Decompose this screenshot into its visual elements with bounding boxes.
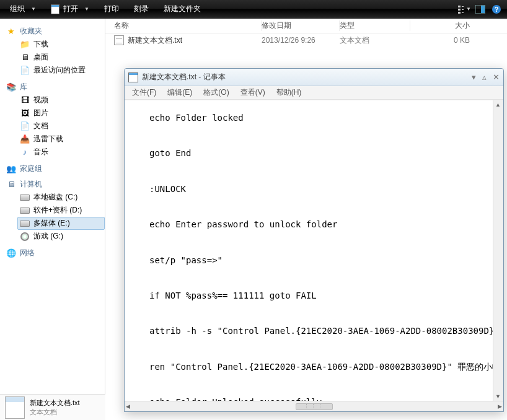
pictures-icon: 🖼 <box>20 108 30 118</box>
music-icon: ♪ <box>20 147 30 157</box>
svg-rect-4 <box>462 9 464 10</box>
homegroup-group[interactable]: 👥家庭组 <box>6 164 105 174</box>
print-button[interactable]: 打印 <box>98 2 125 15</box>
download-icon: 📥 <box>20 134 30 144</box>
organize-label: 组织 <box>10 4 25 14</box>
navigation-sidebar: ★收藏夹 📁下载 🖥桌面 📄最近访问的位置 📚库 🎞视频 🖼图片 📄文档 📥迅雷… <box>0 19 105 420</box>
notepad-icon <box>128 72 138 82</box>
desktop-icon: 🖥 <box>20 53 30 63</box>
sidebar-item-downloads[interactable]: 📁下载 <box>17 38 105 51</box>
explorer-toolbar: 组织▼ 打开▼ 打印 刻录 新建文件夹 ▼ ? <box>0 0 507 19</box>
notepad-window: 新建文本文档.txt - 记事本 ▾ ▵ ✕ 文件(F) 编辑(E) 格式(O)… <box>124 68 504 412</box>
homegroup-icon: 👥 <box>6 164 16 174</box>
star-icon: ★ <box>6 27 16 37</box>
svg-rect-5 <box>462 12 464 13</box>
drive-icon <box>20 219 30 229</box>
col-date[interactable]: 修改日期 <box>262 20 340 31</box>
favorites-group[interactable]: ★收藏夹 <box>6 26 105 37</box>
notepad-icon <box>51 4 60 14</box>
recent-icon: 📄 <box>20 66 30 76</box>
libraries-group[interactable]: 📚库 <box>6 82 105 92</box>
notepad-titlebar[interactable]: 新建文本文档.txt - 记事本 ▾ ▵ ✕ <box>125 69 503 86</box>
sidebar-item-video[interactable]: 🎞视频 <box>17 94 105 107</box>
chevron-down-icon: ▼ <box>84 6 89 12</box>
sidebar-item-music[interactable]: ♪音乐 <box>17 146 105 159</box>
col-type[interactable]: 类型 <box>340 20 410 31</box>
maximize-icon[interactable]: ▵ <box>482 72 487 82</box>
notepad-menubar: 文件(F) 编辑(E) 格式(O) 查看(V) 帮助(H) <box>125 86 503 100</box>
file-date: 2013/12/26 9:26 <box>262 36 340 45</box>
column-headers: 名称 修改日期 类型 大小 <box>105 19 507 33</box>
file-name: 新建文本文档.txt <box>128 35 182 46</box>
details-pane: 新建文本文档.txt 文本文档 <box>0 394 105 420</box>
menu-help[interactable]: 帮助(H) <box>271 86 307 99</box>
video-icon: 🎞 <box>20 95 30 105</box>
view-options-icon[interactable]: ▼ <box>457 2 471 16</box>
minimize-icon[interactable]: ▾ <box>472 72 476 82</box>
sidebar-item-pictures[interactable]: 🖼图片 <box>17 107 105 120</box>
network-icon: 🌐 <box>6 248 16 258</box>
close-icon[interactable]: ✕ <box>493 72 500 82</box>
textfile-icon <box>114 35 124 45</box>
svg-rect-7 <box>481 6 485 13</box>
notepad-title: 新建文本文档.txt - 记事本 <box>142 72 226 82</box>
file-type: 文本文档 <box>340 35 410 46</box>
chevron-down-icon: ▼ <box>466 6 471 12</box>
textfile-large-icon <box>5 396 25 419</box>
scrollbar-thumb[interactable]: ⋮⋮⋮ <box>296 403 333 410</box>
sidebar-item-drive-d[interactable]: 软件+资料 (D:) <box>17 204 105 217</box>
computer-icon: 🖥 <box>6 180 16 190</box>
sidebar-item-desktop[interactable]: 🖥桌面 <box>17 51 105 64</box>
sidebar-item-documents[interactable]: 📄文档 <box>17 120 105 133</box>
network-group[interactable]: 🌐网络 <box>6 248 105 258</box>
computer-group[interactable]: 🖥计算机 <box>6 179 105 190</box>
svg-rect-3 <box>462 6 464 7</box>
svg-rect-0 <box>458 6 461 7</box>
menu-format[interactable]: 格式(O) <box>198 86 234 99</box>
sidebar-item-drive-e[interactable]: 多媒体 (E:) <box>17 217 105 230</box>
sidebar-item-xunlei[interactable]: 📥迅雷下载 <box>17 133 105 146</box>
details-filename: 新建文本文档.txt <box>30 398 80 408</box>
chevron-down-icon: ▼ <box>31 6 36 12</box>
documents-icon: 📄 <box>20 121 30 131</box>
menu-edit[interactable]: 编辑(E) <box>162 86 197 99</box>
help-icon[interactable]: ? <box>490 2 503 16</box>
drive-icon <box>20 193 30 203</box>
details-filetype: 文本文档 <box>30 408 80 417</box>
open-button[interactable]: 打开▼ <box>45 2 95 15</box>
library-icon: 📚 <box>6 82 16 92</box>
file-row[interactable]: 新建文本文档.txt 2013/12/26 9:26 文本文档 0 KB <box>105 33 507 47</box>
preview-pane-icon[interactable] <box>474 2 487 16</box>
horizontal-scrollbar[interactable]: ◀ ⋮⋮⋮ ▶ <box>125 401 503 411</box>
open-label: 打开 <box>63 4 78 14</box>
vertical-scrollbar[interactable] <box>493 100 503 401</box>
disc-icon <box>20 232 30 242</box>
menu-view[interactable]: 查看(V) <box>236 86 270 99</box>
svg-rect-1 <box>458 9 461 11</box>
notepad-editor[interactable]: echo Folder locked goto End :UNLOCK echo… <box>125 100 493 401</box>
newfolder-button[interactable]: 新建文件夹 <box>157 2 207 15</box>
sidebar-item-drive-c[interactable]: 本地磁盘 (C:) <box>17 191 105 204</box>
scroll-left-icon[interactable]: ◀ <box>126 403 130 409</box>
sidebar-item-recent[interactable]: 📄最近访问的位置 <box>17 64 105 77</box>
drive-icon <box>20 206 30 216</box>
burn-button[interactable]: 刻录 <box>128 2 155 15</box>
sidebar-item-drive-g[interactable]: 游戏 (G:) <box>17 230 105 243</box>
col-size[interactable]: 大小 <box>410 20 507 31</box>
col-name[interactable]: 名称 <box>105 20 262 31</box>
svg-text:?: ? <box>495 6 499 13</box>
organize-button[interactable]: 组织▼ <box>4 2 42 15</box>
svg-rect-2 <box>458 12 461 14</box>
folder-download-icon: 📁 <box>20 40 30 50</box>
menu-file[interactable]: 文件(F) <box>127 86 161 99</box>
file-size: 0 KB <box>410 36 507 45</box>
scroll-right-icon[interactable]: ▶ <box>498 403 502 409</box>
